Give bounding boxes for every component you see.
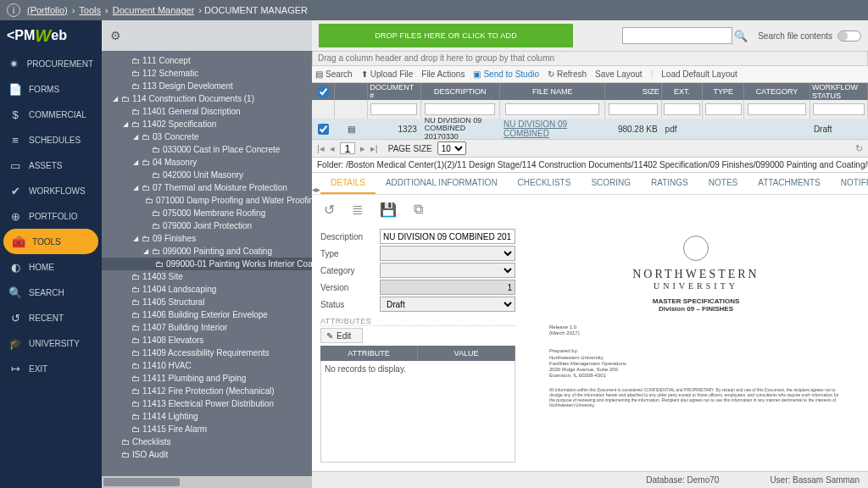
pager-last[interactable]: ▸| bbox=[370, 143, 378, 154]
tree-node[interactable]: 🗀099000-01 Painting Works Interior Coati… bbox=[102, 258, 312, 270]
filter-sz[interactable] bbox=[609, 103, 659, 115]
tree-node[interactable]: 🗀11410 HVAC bbox=[102, 359, 312, 372]
edit-button[interactable]: ✎ Edit bbox=[320, 328, 363, 343]
desc-input[interactable] bbox=[380, 229, 515, 244]
list-icon[interactable]: ≣ bbox=[352, 202, 363, 218]
tree-node[interactable]: 🗀ISO Audit bbox=[102, 448, 312, 461]
tree-node[interactable]: ◢🗀03 Concrete bbox=[102, 130, 312, 143]
tree-node[interactable]: 🗀11405 Structural bbox=[102, 296, 312, 308]
col-size[interactable]: SIZE bbox=[605, 83, 661, 100]
tree-node[interactable]: 🗀071000 Damp Proofing and Water Proofing bbox=[102, 194, 312, 207]
filter-doc[interactable] bbox=[370, 103, 417, 115]
col-workflow-status[interactable]: WORKFLOW STATUS bbox=[810, 83, 868, 100]
status-select[interactable]: Draft bbox=[380, 297, 515, 312]
nav-home[interactable]: ◐HOME bbox=[0, 254, 102, 280]
info-icon[interactable]: i bbox=[7, 3, 20, 17]
nav-recent[interactable]: ↺RECENT bbox=[0, 305, 102, 330]
tree-node[interactable]: 🗀033000 Cast in Place Concrete bbox=[102, 143, 312, 156]
col-type[interactable]: TYPE bbox=[703, 83, 744, 100]
settings-icon[interactable]: ⚙ bbox=[110, 29, 121, 42]
tab-details[interactable]: DETAILS bbox=[320, 173, 376, 194]
tree-node[interactable]: 🗀11404 Landscaping bbox=[102, 283, 312, 296]
nav-workflows[interactable]: ✔WORKFLOWS bbox=[0, 178, 102, 203]
tree-node[interactable]: 🗀11415 Fire Alarm bbox=[102, 423, 312, 435]
tree-node[interactable]: 🗀11414 Lighting bbox=[102, 410, 312, 423]
pager-prev[interactable]: ◂ bbox=[330, 143, 335, 154]
filter-fn[interactable] bbox=[505, 103, 599, 115]
load-default-layout-button[interactable]: Load Default Layout bbox=[661, 69, 737, 79]
tab-attachments[interactable]: ATTACHMENTS bbox=[748, 173, 831, 194]
refresh-button[interactable]: ↻ Refresh bbox=[548, 69, 587, 79]
nav-exit[interactable]: ↦EXIT bbox=[0, 356, 102, 381]
save-icon[interactable]: 💾 bbox=[380, 202, 397, 218]
tree-node[interactable]: 🗀11409 Accessibility Requirements bbox=[102, 347, 312, 359]
tree-node[interactable]: 🗀111 Concept bbox=[102, 54, 312, 67]
tree-node[interactable]: 🗀11412 Fire Protection (Mechanical) bbox=[102, 385, 312, 397]
tab-checklists[interactable]: CHECKLISTS bbox=[508, 173, 581, 194]
tree-node[interactable]: 🗀11407 Building Interior bbox=[102, 321, 312, 334]
dropzone[interactable]: DROP FILES HERE OR CLICK TO ADD bbox=[319, 24, 573, 47]
tab-additional-information[interactable]: ADDITIONAL INFORMATION bbox=[376, 173, 508, 194]
col-ext[interactable]: EXT. bbox=[662, 83, 704, 100]
col-document[interactable]: DOCUMENT # bbox=[368, 83, 420, 100]
filter-type[interactable] bbox=[705, 103, 742, 115]
tree-node[interactable]: ◢🗀114 Construction Documents (1) bbox=[102, 92, 312, 105]
tree-node[interactable]: ◢🗀09 Finishes bbox=[102, 232, 312, 245]
col-category[interactable]: CATEGORY bbox=[744, 83, 810, 100]
pager-page-input[interactable] bbox=[340, 142, 355, 154]
nav-procurement[interactable]: ✷PROCUREMENT bbox=[0, 51, 102, 76]
col-description[interactable]: DESCRIPTION bbox=[421, 83, 500, 100]
tree-node[interactable]: 🗀11408 Elevators bbox=[102, 334, 312, 347]
nav-university[interactable]: 🎓UNIVERSITY bbox=[0, 330, 102, 356]
tree-node[interactable]: 🗀11401 General Discription bbox=[102, 105, 312, 118]
tree-node[interactable]: 🗀11413 Electrical Power Distribution bbox=[102, 397, 312, 410]
bc-portfolio[interactable]: (Portfolio) bbox=[27, 5, 68, 15]
tree-node[interactable]: 🗀075000 Membrane Roofing bbox=[102, 207, 312, 219]
upload-file-button[interactable]: ⬆ Upload File bbox=[361, 69, 414, 79]
tree-node[interactable]: 🗀042000 Unit Masonry bbox=[102, 169, 312, 181]
tabs-left[interactable]: ◂▸ bbox=[312, 185, 320, 194]
filter-ws[interactable] bbox=[813, 103, 864, 115]
nav-search[interactable]: 🔍SEARCH bbox=[0, 280, 102, 305]
col-filename[interactable]: FILE NAME bbox=[500, 83, 605, 100]
tree-node[interactable]: 🗀11403 Site bbox=[102, 270, 312, 283]
filter-desc[interactable] bbox=[425, 103, 495, 115]
nav-forms[interactable]: 📄FORMS bbox=[0, 76, 102, 102]
search-input[interactable] bbox=[622, 27, 732, 44]
tree-node[interactable]: 🗀11406 Building Exterior Envelope bbox=[102, 308, 312, 321]
tab-scoring[interactable]: SCORING bbox=[581, 173, 641, 194]
send-to-studio-button[interactable]: ▣ Send to Studio bbox=[473, 69, 539, 79]
file-actions-button[interactable]: File Actions bbox=[421, 69, 465, 79]
cell-filename-link[interactable]: NU DIVISION 09 COMBINED bbox=[504, 119, 601, 138]
save-layout-button[interactable]: Save Layout bbox=[595, 69, 643, 79]
tree-node[interactable]: ◢🗀11402 Specification bbox=[102, 118, 312, 130]
nav-assets[interactable]: ▭ASSETS bbox=[0, 152, 102, 178]
search-button[interactable]: ▤ Search bbox=[315, 69, 353, 79]
tab-notes[interactable]: NOTES bbox=[698, 173, 748, 194]
search-file-contents-toggle[interactable] bbox=[837, 30, 861, 42]
tree-node[interactable]: 🗀11411 Plumbing and Piping bbox=[102, 372, 312, 385]
search-icon[interactable]: 🔍 bbox=[732, 27, 749, 44]
tree-node[interactable]: 🗀113 Design Develoment bbox=[102, 80, 312, 92]
tree-node[interactable]: 🗀Checklists bbox=[102, 435, 312, 448]
page-size-select[interactable]: 10 bbox=[437, 141, 466, 155]
category-select[interactable] bbox=[380, 263, 515, 278]
tree-node[interactable]: 🗀112 Schematic bbox=[102, 67, 312, 80]
tab-notification[interactable]: NOTIFICATION bbox=[831, 173, 868, 194]
nav-commercial[interactable]: $COMMERCIAL bbox=[0, 102, 102, 127]
table-row[interactable]: ▤ 1323 NU DIVISION 09 COMBINED 20170330 … bbox=[312, 119, 868, 139]
tree-hscrollbar[interactable] bbox=[102, 476, 312, 488]
bc-tools[interactable]: Tools bbox=[79, 5, 101, 15]
type-select[interactable] bbox=[380, 246, 515, 261]
pager-first[interactable]: |◂ bbox=[317, 143, 325, 154]
nav-schedules[interactable]: ≡SCHEDULES bbox=[0, 127, 102, 152]
open-external-icon[interactable]: ⧉ bbox=[414, 202, 423, 217]
select-all-checkbox[interactable] bbox=[318, 86, 329, 97]
row-checkbox[interactable] bbox=[318, 124, 329, 135]
bc-docmgr[interactable]: Document Manager bbox=[113, 5, 195, 15]
pager-refresh[interactable]: ↻ bbox=[855, 143, 863, 154]
tree-node[interactable]: 🗀079000 Joint Protection bbox=[102, 219, 312, 232]
nav-portfolio[interactable]: ⊕PORTFOLIO bbox=[0, 203, 102, 229]
history-icon[interactable]: ↺ bbox=[324, 202, 335, 218]
tab-ratings[interactable]: RATINGS bbox=[641, 173, 698, 194]
